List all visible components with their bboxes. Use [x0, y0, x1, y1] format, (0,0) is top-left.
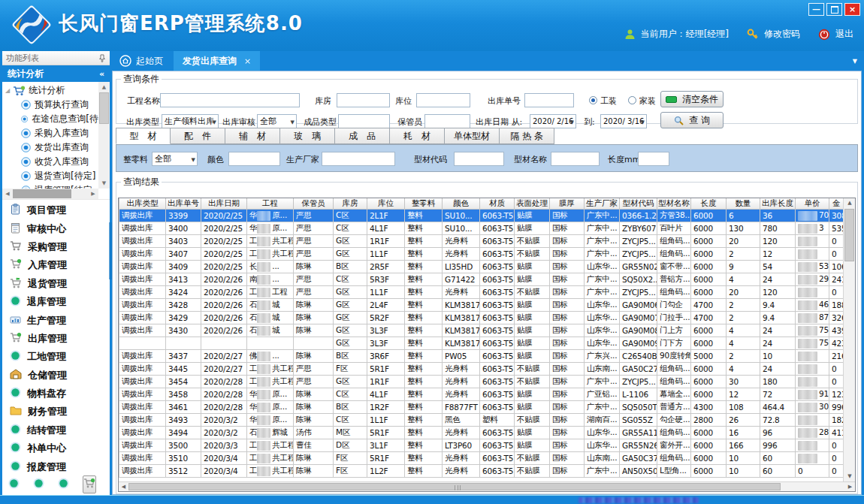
table-row[interactable]: 调拨出库34372020/2/27佛...陈琳B区3R6F整料PW056063-… [119, 350, 844, 363]
sidebar-item-生产管理[interactable]: 生产管理 [2, 311, 110, 329]
scroll-left-icon[interactable]: ◀ [2, 189, 13, 199]
project-name-input[interactable] [160, 93, 300, 107]
warehouse-input[interactable] [337, 93, 390, 107]
name-input[interactable] [551, 152, 600, 166]
material-tab-玻璃[interactable]: 玻 璃 [280, 128, 335, 144]
cart-footer-button[interactable] [83, 475, 96, 493]
column-header[interactable]: 库房 [334, 198, 367, 210]
tree-item[interactable]: 发货出库查询 [2, 140, 98, 155]
table-row[interactable]: 调拨出库34292020/2/26石城陈琳G区5R2F整料KLM38176063… [119, 312, 844, 324]
collapse-icon[interactable]: « [99, 69, 104, 79]
sidebar-item-退货管理[interactable]: 退货管理 [2, 275, 110, 293]
table-row[interactable]: 调拨出库34302020/2/26石城陈琳G区3L3F整料KLM38176063… [119, 324, 844, 337]
column-header[interactable]: 保管员 [294, 198, 334, 210]
column-header[interactable]: 型材代码 [620, 198, 657, 210]
tree-item[interactable]: 退库管理[待定 [2, 183, 98, 189]
scroll-left-icon[interactable]: ◀ [119, 482, 128, 492]
table-row[interactable]: 调拨出库35122020/3/4工共工程陈琳F区1L2F整料光身料6063-T5… [119, 465, 844, 478]
column-header[interactable]: 数量 [727, 198, 760, 210]
close-button[interactable]: × [844, 3, 860, 16]
sidebar-item-结转管理[interactable]: 结转管理 [2, 421, 110, 439]
length-input[interactable] [638, 152, 669, 166]
column-header[interactable]: 生产厂家 [585, 198, 620, 210]
green-dot-icon[interactable] [8, 478, 20, 492]
scroll-down-icon[interactable]: ▼ [98, 178, 110, 189]
audit-select[interactable]: 全部▼ [257, 114, 297, 128]
change-password-link[interactable]: 修改密码 [764, 28, 800, 41]
column-header[interactable]: 工程 [247, 198, 294, 210]
sidebar-item-审核中心[interactable]: 审核中心 [2, 219, 110, 237]
scroll-right-icon[interactable]: ▶ [88, 189, 98, 199]
tree-root-item[interactable]: ◢统计分析 [2, 83, 98, 98]
column-header[interactable]: 表面处理 [515, 198, 550, 210]
tree-vertical-scrollbar[interactable]: ▲ ▼ [98, 82, 110, 189]
column-header[interactable]: 型材名称 [657, 198, 691, 210]
green-dot-icon[interactable] [58, 478, 69, 492]
column-header[interactable]: 金 [829, 198, 844, 210]
column-header[interactable]: 出库单号 [166, 198, 201, 210]
column-header[interactable]: 出库日期 [201, 198, 247, 210]
material-tab-耗材[interactable]: 耗 材 [390, 128, 445, 144]
material-tab-单体型材[interactable]: 单体型材 [445, 128, 500, 144]
date-from-select[interactable]: 2020/ 2/16▼ [530, 114, 576, 128]
tree-item[interactable]: 采购入库查询 [2, 126, 98, 140]
sidebar-item-物料盘存[interactable]: 物料盘存 [2, 385, 110, 403]
green-dot-icon[interactable] [33, 478, 44, 492]
material-tab-型材[interactable]: 型 材 [116, 128, 171, 144]
search-button[interactable]: 查 询 [660, 112, 724, 128]
table-row[interactable]: 调拨出库34282020/2/26石城陈琳G区2L4F整料KLM38176063… [119, 299, 844, 312]
table-row[interactable]: 调拨出库35002020/3/3工共工程曹佳D区3L1F整料LT3P606063… [119, 439, 844, 452]
logout-link[interactable]: 退出 [835, 28, 853, 41]
table-row[interactable]: 调拨出库34242020/2/26工工程严思G区1L1F整料光身料6063-T5… [119, 286, 844, 299]
tree-item[interactable]: 预算执行查询 [2, 98, 98, 112]
tabbar-dropdown-icon[interactable]: ▼ [853, 58, 862, 65]
clear-conditions-button[interactable]: 清空条件 [660, 91, 724, 107]
sidebar-item-项目管理[interactable]: 项目管理 [2, 201, 110, 219]
sidebar-item-补单中心[interactable]: 补单中心 [2, 439, 110, 457]
tree-horizontal-scrollbar[interactable]: ◀ ▶ [2, 189, 98, 199]
sidebar-item-出库管理[interactable]: 出库管理 [2, 330, 110, 348]
color-input[interactable] [228, 152, 280, 166]
sidebar-group-header[interactable]: 统计分析 « [2, 65, 110, 82]
table-row[interactable]: 调拨出库34032020/2/25工共工程严思G区1R1F整料光身料6063-T… [119, 235, 844, 248]
radio-jiazhuang[interactable] [628, 96, 636, 104]
table-row[interactable]: G区3L3F整料KLM38176063-T5贴膜国标山东华...GA90M09.… [119, 337, 844, 350]
sidebar-item-采购管理[interactable]: 采购管理 [2, 238, 110, 256]
sidebar-item-工地管理[interactable]: 工地管理 [2, 348, 110, 366]
table-row[interactable]: 调拨出库34002020/2/25华原...严思C区4L1F整料SU10...6… [119, 222, 844, 235]
table-vertical-scrollbar[interactable]: ▲ ▼ [843, 198, 855, 481]
column-header[interactable]: 单价 [796, 198, 829, 210]
sidebar-item-退库管理[interactable]: 退库管理 [2, 293, 110, 311]
out-type-select[interactable]: 生产领料出库▼ [162, 114, 219, 128]
whole-part-select[interactable]: 全部▼ [152, 152, 198, 166]
tab-active[interactable]: 发货出库查询 × [174, 51, 260, 71]
column-header[interactable]: 颜色 [443, 198, 480, 210]
table-row[interactable]: 调拨出库34092020/2/25长...陈琳B区2R5F整料LI35HD606… [119, 261, 844, 273]
location-input[interactable] [416, 93, 470, 107]
column-header[interactable]: 整零料 [405, 198, 443, 210]
pin-icon[interactable] [98, 54, 106, 62]
material-tab-成品[interactable]: 成 品 [335, 128, 390, 144]
table-row[interactable]: 调拨出库34542020/2/28工共工程严思G区1R1F整料光身料6063-T… [119, 376, 844, 388]
column-header[interactable]: 库位 [367, 198, 405, 210]
date-to-select[interactable]: 2020/ 3/16▼ [600, 114, 647, 128]
sidebar-item-入库管理[interactable]: 入库管理 [2, 256, 110, 274]
maker-input[interactable] [322, 152, 395, 166]
out-no-input[interactable] [524, 93, 574, 107]
column-header[interactable]: 长度 [691, 198, 727, 210]
scroll-right-icon[interactable]: ▶ [845, 482, 855, 492]
sidebar-item-财务管理[interactable]: 财务管理 [2, 403, 110, 421]
radio-gongzhuang[interactable] [589, 96, 597, 104]
table-row[interactable]: 调拨出库34932020/3/2华原...陈琳C区1L1F整料黑色塑料不贴膜国标… [119, 414, 844, 427]
code-input[interactable] [454, 152, 504, 166]
material-tab-隔热条[interactable]: 隔 热 条 [500, 128, 554, 144]
column-header[interactable]: 出库类型 [119, 198, 166, 210]
minimize-button[interactable]: — [808, 3, 824, 16]
product-type-input[interactable] [338, 114, 390, 128]
table-row[interactable]: 调拨出库34072020/2/25工共工程严思G区1L1F整料光身料6063-T… [119, 248, 844, 261]
sidebar-item-仓储管理[interactable]: 仓储管理 [2, 367, 110, 385]
material-tab-辅材[interactable]: 辅 材 [225, 128, 280, 144]
table-row[interactable]: 调拨出库33992020/2/25华原...严思C区2L1F整料SU10...6… [119, 210, 844, 222]
table-row[interactable]: 调拨出库34582020/2/28华原...陈琳C区4L1F整料光身料6063-… [119, 388, 844, 401]
column-header[interactable]: 膜厚 [550, 198, 585, 210]
